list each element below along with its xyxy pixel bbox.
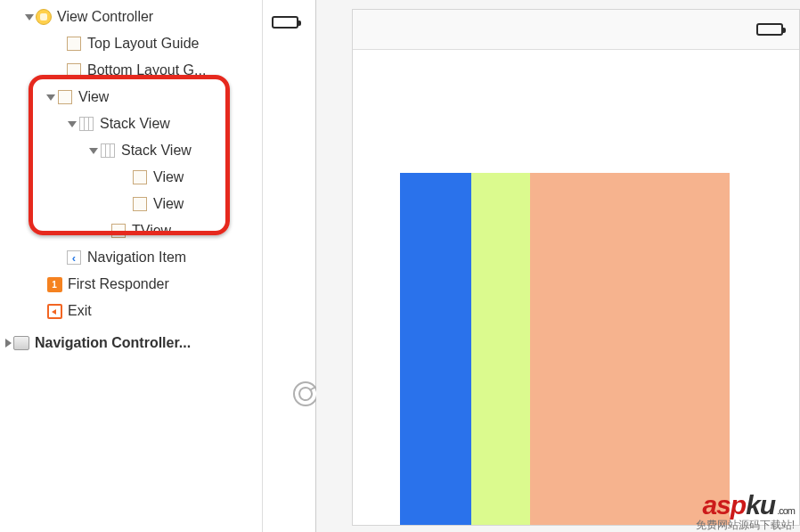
outline-row-stackview-inner[interactable]: Stack View xyxy=(0,137,262,164)
spacer xyxy=(55,66,64,75)
watermark-asp: asp xyxy=(702,490,746,520)
spacer xyxy=(36,307,45,315)
outline-row-view-child-2[interactable]: View xyxy=(0,191,262,217)
first-responder-icon xyxy=(46,276,62,292)
navigation-controller-icon xyxy=(13,335,29,351)
disclosure-triangle-icon[interactable] xyxy=(46,94,55,101)
stack-view-preview[interactable] xyxy=(400,173,730,525)
outline-label: Stack View xyxy=(100,116,170,132)
spacer xyxy=(100,226,109,235)
outline-label: First Responder xyxy=(68,276,169,292)
outline-label: View xyxy=(153,169,184,185)
outline-row-navigation-item[interactable]: ‹ Navigation Item xyxy=(0,244,262,271)
outline-row-view[interactable]: View xyxy=(0,84,262,110)
canvas-ruler-column xyxy=(263,0,316,532)
outline-row-navigation-controller[interactable]: Navigation Controller... xyxy=(0,330,262,356)
outline-row-view-child-1[interactable]: View xyxy=(0,164,262,191)
outline-label: Exit xyxy=(68,303,92,319)
constraint-gear-icon[interactable] xyxy=(293,381,318,406)
outline-label: View Controller xyxy=(57,9,153,25)
disclosure-triangle-icon[interactable] xyxy=(89,148,98,154)
device-preview-window[interactable] xyxy=(352,9,800,526)
watermark: aspku.com 免费网站源码下载站! xyxy=(696,492,795,530)
interface-builder-canvas[interactable] xyxy=(316,0,800,532)
view-icon xyxy=(57,89,73,105)
outline-row-exit[interactable]: Exit xyxy=(0,298,262,324)
watermark-dotcom: .com xyxy=(777,505,795,516)
outline-label: TView xyxy=(132,223,171,239)
view-icon xyxy=(110,223,127,239)
watermark-brand: aspku.com xyxy=(696,492,795,519)
view-icon xyxy=(132,169,148,185)
outline-label: Top Layout Guide xyxy=(87,36,199,52)
spacer xyxy=(121,200,130,209)
outline-row-bottom-layout-guide[interactable]: Bottom Layout G... xyxy=(0,57,262,84)
outline-label: View xyxy=(153,196,184,212)
outline-row-first-responder[interactable]: First Responder xyxy=(0,271,262,298)
layout-guide-icon xyxy=(66,36,82,52)
spacer xyxy=(55,39,64,48)
outline-label: Bottom Layout G... xyxy=(87,62,206,78)
preview-column-green[interactable] xyxy=(471,173,530,525)
watermark-subtitle: 免费网站源码下载站! xyxy=(696,520,795,530)
disclosure-triangle-icon[interactable] xyxy=(5,339,12,348)
view-icon xyxy=(132,196,148,212)
outline-label: View xyxy=(78,89,109,105)
spacer xyxy=(55,253,64,262)
outline-row-top-layout-guide[interactable]: Top Layout Guide xyxy=(0,30,262,57)
outline-label: Navigation Item xyxy=(87,250,186,266)
spacer xyxy=(36,280,45,289)
preview-column-salmon[interactable] xyxy=(530,173,730,525)
navigation-item-icon: ‹ xyxy=(66,250,82,266)
battery-icon xyxy=(272,16,298,29)
document-outline-panel[interactable]: View Controller Top Layout Guide Bottom … xyxy=(0,0,263,532)
outline-row-tview[interactable]: TView xyxy=(0,217,262,244)
spacer xyxy=(121,173,130,182)
exit-icon xyxy=(46,303,62,319)
battery-icon xyxy=(756,23,783,36)
device-status-bar xyxy=(353,10,799,50)
layout-guide-icon xyxy=(66,62,82,78)
outline-label: Stack View xyxy=(121,143,192,159)
stack-view-icon xyxy=(100,143,116,159)
outline-label: Navigation Controller... xyxy=(35,335,191,351)
outline-row-view-controller[interactable]: View Controller xyxy=(0,4,262,30)
outline-row-stackview-outer[interactable]: Stack View xyxy=(0,110,262,137)
disclosure-triangle-icon[interactable] xyxy=(68,121,77,127)
disclosure-triangle-icon[interactable] xyxy=(25,14,34,20)
watermark-ku: ku xyxy=(746,490,775,520)
stack-view-icon xyxy=(78,116,94,132)
preview-column-blue[interactable] xyxy=(400,173,471,525)
view-controller-icon xyxy=(36,9,52,25)
